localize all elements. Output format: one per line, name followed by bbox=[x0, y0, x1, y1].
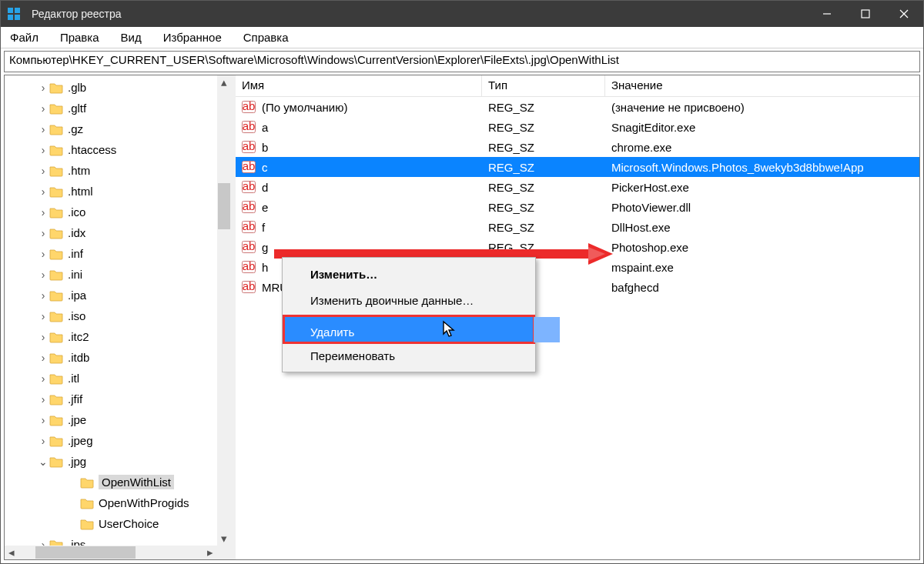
value-row[interactable]: abfREG_SZDllHost.exe bbox=[236, 217, 919, 237]
chevron-down-icon[interactable]: ⌄ bbox=[37, 456, 49, 468]
values-header[interactable]: Имя Тип Значение bbox=[236, 75, 919, 97]
ctx-delete-label: Удалить bbox=[310, 325, 354, 339]
value-name: d bbox=[262, 181, 268, 194]
value-data: PickerHost.exe bbox=[605, 181, 919, 194]
maximize-button[interactable] bbox=[846, 1, 885, 27]
tree-item[interactable]: ›.idx bbox=[5, 222, 217, 243]
value-row[interactable]: abaREG_SZSnagitEditor.exe bbox=[236, 117, 919, 137]
ctx-delete[interactable]: Удалить bbox=[284, 316, 534, 342]
chevron-right-icon[interactable]: › bbox=[37, 248, 49, 260]
ctx-rename[interactable]: Переименовать bbox=[284, 342, 534, 369]
tree-item[interactable]: ›.htaccess bbox=[5, 139, 217, 160]
tree-item[interactable]: ›.html bbox=[5, 181, 217, 202]
menu-edit[interactable]: Правка bbox=[55, 28, 104, 46]
chevron-right-icon[interactable]: › bbox=[37, 539, 49, 546]
chevron-right-icon[interactable]: › bbox=[37, 227, 49, 239]
tree-item[interactable]: OpenWithList bbox=[5, 472, 217, 492]
tree-item[interactable]: ⌄.jpg bbox=[5, 451, 217, 472]
value-row[interactable]: abgREG_SZPhotoshop.exe bbox=[236, 237, 919, 257]
chevron-right-icon[interactable]: › bbox=[37, 123, 49, 135]
folder-icon bbox=[49, 227, 63, 239]
chevron-right-icon[interactable]: › bbox=[37, 352, 49, 364]
value-name: a bbox=[262, 121, 268, 134]
chevron-right-icon[interactable]: › bbox=[37, 185, 49, 198]
tree-item-label: .iso bbox=[68, 309, 85, 322]
value-row[interactable]: ab(По умолчанию)REG_SZ(значение не присв… bbox=[236, 97, 919, 117]
registry-tree[interactable]: ›.glb›.gltf›.gz›.htaccess›.htm›.html›.ic… bbox=[5, 75, 217, 546]
chevron-right-icon[interactable]: › bbox=[37, 372, 49, 385]
scroll-right-icon[interactable]: ▸ bbox=[203, 546, 217, 559]
value-type: REG_SZ bbox=[482, 161, 605, 174]
scroll-left-icon[interactable]: ◂ bbox=[5, 546, 18, 559]
tree-item-label: .htaccess bbox=[68, 143, 116, 156]
value-row[interactable]: abdREG_SZPickerHost.exe bbox=[236, 177, 919, 197]
tree-item[interactable]: ›.glb bbox=[5, 77, 217, 98]
folder-icon bbox=[49, 144, 63, 156]
ctx-modify[interactable]: Изменить… bbox=[284, 261, 534, 287]
menu-view[interactable]: Вид bbox=[116, 28, 146, 46]
chevron-right-icon[interactable]: › bbox=[37, 289, 49, 302]
value-data: bafghecd bbox=[605, 281, 919, 294]
menu-file[interactable]: Файл bbox=[5, 28, 43, 46]
tree-item[interactable]: ›.jfif bbox=[5, 389, 217, 409]
tree-horizontal-scrollbar[interactable]: ◂ ▸ bbox=[5, 546, 217, 559]
tree-item[interactable]: ›.ipa bbox=[5, 285, 217, 305]
close-button[interactable] bbox=[885, 1, 923, 27]
string-value-icon: ab bbox=[242, 241, 256, 253]
chevron-right-icon[interactable]: › bbox=[37, 206, 49, 219]
value-name: c bbox=[262, 161, 268, 174]
chevron-right-icon[interactable]: › bbox=[37, 393, 49, 405]
tree-item-label: .jps bbox=[68, 538, 85, 546]
tree-item[interactable]: ›.itdb bbox=[5, 347, 217, 368]
tree-item[interactable]: ›.iso bbox=[5, 305, 217, 326]
value-row[interactable]: abbREG_SZchrome.exe bbox=[236, 137, 919, 157]
column-name[interactable]: Имя bbox=[236, 75, 482, 96]
tree-item[interactable]: ›.ico bbox=[5, 202, 217, 222]
chevron-right-icon[interactable]: › bbox=[37, 414, 49, 426]
column-data[interactable]: Значение bbox=[605, 75, 919, 96]
titlebar[interactable]: Редактор реестра bbox=[1, 1, 923, 27]
chevron-right-icon[interactable]: › bbox=[37, 310, 49, 322]
value-type: REG_SZ bbox=[482, 181, 605, 194]
chevron-right-icon[interactable]: › bbox=[37, 165, 49, 177]
column-type[interactable]: Тип bbox=[482, 75, 605, 96]
address-bar[interactable]: Компьютер\HKEY_CURRENT_USER\Software\Mic… bbox=[4, 51, 920, 72]
scroll-down-icon[interactable]: ▾ bbox=[217, 532, 231, 546]
tree-item[interactable]: ›.jpeg bbox=[5, 430, 217, 451]
scroll-up-icon[interactable]: ▴ bbox=[217, 75, 231, 89]
value-row[interactable]: abcREG_SZMicrosoft.Windows.Photos_8wekyb… bbox=[236, 157, 919, 177]
menu-help[interactable]: Справка bbox=[239, 28, 293, 46]
chevron-right-icon[interactable]: › bbox=[37, 269, 49, 281]
folder-icon bbox=[49, 269, 63, 281]
folder-icon bbox=[49, 352, 63, 364]
value-data: PhotoViewer.dll bbox=[605, 201, 919, 214]
tree-item[interactable]: ›.jps bbox=[5, 534, 217, 546]
ctx-modify-binary[interactable]: Изменить двоичные данные… bbox=[284, 287, 534, 313]
tree-item[interactable]: ›.gltf bbox=[5, 98, 217, 118]
chevron-right-icon[interactable]: › bbox=[37, 102, 49, 115]
value-type: REG_SZ bbox=[482, 101, 605, 114]
tree-item[interactable]: ›.itc2 bbox=[5, 326, 217, 347]
value-row[interactable]: abeREG_SZPhotoViewer.dll bbox=[236, 197, 919, 217]
chevron-right-icon[interactable]: › bbox=[37, 331, 49, 343]
tree-item[interactable]: ›.htm bbox=[5, 160, 217, 181]
menu-favorites[interactable]: Избранное bbox=[159, 28, 226, 46]
tree-item[interactable]: OpenWithProgids bbox=[5, 492, 217, 513]
tree-item[interactable]: UserChoice bbox=[5, 513, 217, 534]
string-value-icon: ab bbox=[242, 281, 256, 293]
tree-item-label: .jpg bbox=[68, 455, 86, 468]
tree-item[interactable]: ›.jpe bbox=[5, 409, 217, 430]
tree-item[interactable]: ›.gz bbox=[5, 118, 217, 139]
minimize-button[interactable] bbox=[808, 1, 846, 27]
scroll-thumb[interactable] bbox=[218, 183, 230, 229]
chevron-right-icon[interactable]: › bbox=[37, 82, 49, 94]
tree-panel: ›.glb›.gltf›.gz›.htaccess›.htm›.html›.ic… bbox=[5, 75, 231, 559]
svg-text:ab: ab bbox=[243, 101, 256, 112]
chevron-right-icon[interactable]: › bbox=[37, 435, 49, 447]
chevron-right-icon[interactable]: › bbox=[37, 144, 49, 156]
tree-item[interactable]: ›.ini bbox=[5, 264, 217, 285]
scroll-thumb[interactable] bbox=[35, 546, 136, 559]
tree-vertical-scrollbar[interactable]: ▴ ▾ bbox=[217, 75, 231, 546]
tree-item[interactable]: ›.itl bbox=[5, 368, 217, 389]
tree-item[interactable]: ›.inf bbox=[5, 243, 217, 264]
